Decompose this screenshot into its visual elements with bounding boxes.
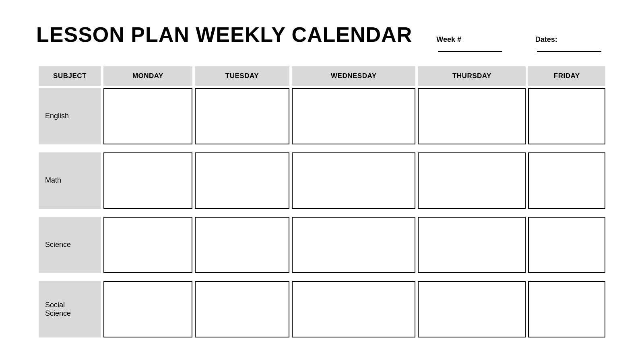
subject-cell-3: SocialScience	[39, 281, 101, 337]
content-cell-row3-day2[interactable]	[292, 281, 415, 337]
col-header-subject: SUBJECT	[39, 66, 101, 86]
subject-cell-2: Science	[39, 217, 101, 273]
calendar-table: SUBJECT MONDAY TUESDAY WEDNESDAY THURSDA…	[36, 64, 608, 340]
col-header-thursday: THURSDAY	[418, 66, 526, 86]
content-cell-row3-day3[interactable]	[418, 281, 526, 337]
spacer-0	[39, 147, 605, 150]
subject-cell-0: English	[39, 88, 101, 144]
content-cell-row1-day1[interactable]	[195, 152, 289, 209]
week-line	[438, 44, 502, 52]
col-header-wednesday: WEDNESDAY	[292, 66, 415, 86]
col-header-tuesday: TUESDAY	[195, 66, 289, 86]
table-row: Math	[39, 152, 605, 209]
table-row: English	[39, 88, 605, 144]
header-row: SUBJECT MONDAY TUESDAY WEDNESDAY THURSDA…	[39, 66, 605, 86]
col-header-friday: FRIDAY	[528, 66, 605, 86]
spacer-2	[39, 276, 605, 279]
content-cell-row3-day4[interactable]	[528, 281, 605, 337]
table-row: Science	[39, 217, 605, 273]
content-cell-row0-day1[interactable]	[195, 88, 289, 144]
content-cell-row0-day3[interactable]	[418, 88, 526, 144]
page-title: LESSON PLAN WEEKLY CALENDAR	[36, 23, 412, 47]
content-cell-row3-day0[interactable]	[103, 281, 192, 337]
content-cell-row1-day2[interactable]	[292, 152, 415, 209]
content-cell-row0-day2[interactable]	[292, 88, 415, 144]
dates-label: Dates:	[535, 35, 557, 43]
content-cell-row0-day4[interactable]	[528, 88, 605, 144]
week-field: Week #	[436, 35, 511, 52]
content-cell-row2-day1[interactable]	[195, 217, 289, 273]
content-cell-row2-day4[interactable]	[528, 217, 605, 273]
dates-field: Dates:	[535, 35, 608, 52]
content-cell-row2-day2[interactable]	[292, 217, 415, 273]
week-label: Week #	[436, 35, 461, 43]
spacer-1	[39, 211, 605, 214]
page: LESSON PLAN WEEKLY CALENDAR Week # Dates…	[16, 6, 628, 356]
content-cell-row1-day4[interactable]	[528, 152, 605, 209]
dates-line	[537, 44, 601, 52]
content-cell-row2-day0[interactable]	[103, 217, 192, 273]
content-cell-row1-day0[interactable]	[103, 152, 192, 209]
col-header-monday: MONDAY	[103, 66, 192, 86]
header: LESSON PLAN WEEKLY CALENDAR Week # Dates…	[36, 23, 608, 52]
content-cell-row1-day3[interactable]	[418, 152, 526, 209]
content-cell-row2-day3[interactable]	[418, 217, 526, 273]
content-cell-row0-day0[interactable]	[103, 88, 192, 144]
header-fields: Week # Dates:	[436, 35, 608, 52]
table-row: SocialScience	[39, 281, 605, 337]
subject-cell-1: Math	[39, 152, 101, 209]
content-cell-row3-day1[interactable]	[195, 281, 289, 337]
